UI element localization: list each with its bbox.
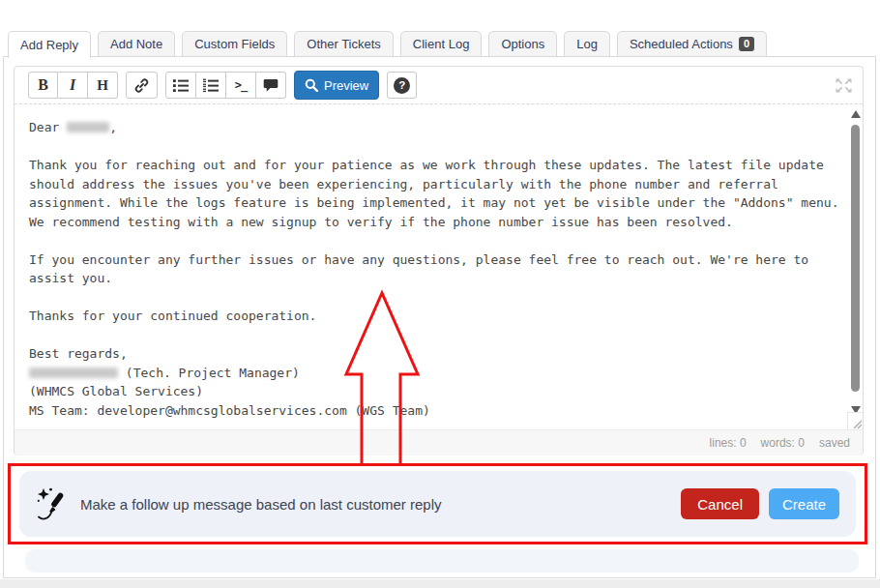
unordered-list-icon xyxy=(173,78,189,93)
comment-button[interactable] xyxy=(256,72,286,99)
ai-prompt-message: Make a follow up message based on last c… xyxy=(80,496,442,513)
reply-textarea[interactable]: Dear , Thank you for reaching out and fo… xyxy=(15,104,847,429)
tab-scheduled-actions[interactable]: Scheduled Actions0 xyxy=(617,31,767,57)
tab-add-note[interactable]: Add Note xyxy=(98,31,175,57)
ai-actions: Cancel Create xyxy=(681,488,839,519)
editor-line xyxy=(29,288,839,308)
ticket-reply-page: { "tabs": [ {"label": "Add Reply", "acti… xyxy=(0,0,880,588)
tab-label: Options xyxy=(501,37,544,51)
heading-button[interactable]: H xyxy=(88,72,118,99)
scroll-up-arrow-icon[interactable] xyxy=(851,110,861,118)
heading-icon: H xyxy=(97,77,108,94)
autosave-status: saved xyxy=(819,436,850,450)
search-icon xyxy=(305,78,318,92)
ai-followup-panel: Make a follow up message based on last c… xyxy=(19,471,856,537)
editor-line: If you encounter any further issues or h… xyxy=(29,250,839,288)
editor-line xyxy=(29,137,839,157)
comment-icon xyxy=(263,78,279,93)
annotation-box: Make a follow up message based on last c… xyxy=(8,463,867,544)
words-count: words: 0 xyxy=(761,436,805,450)
scrollbar[interactable] xyxy=(850,110,861,414)
ordered-list-icon xyxy=(203,78,219,93)
editor-line: (Tech. Project Manager) xyxy=(29,364,839,383)
tab-badge: 0 xyxy=(739,37,754,51)
toolbar-group xyxy=(126,72,158,99)
ordered-list-button[interactable] xyxy=(196,72,226,99)
preview-button[interactable]: Preview xyxy=(294,71,379,100)
tab-options[interactable]: Options xyxy=(488,31,557,57)
help-button[interactable]: ? xyxy=(387,72,417,99)
toolbar-group: BIH xyxy=(28,72,118,99)
toolbar-group: >_ xyxy=(165,72,286,99)
resize-grip[interactable] xyxy=(847,412,863,429)
editor-line: Best regards, xyxy=(29,344,839,364)
redacted-text xyxy=(29,368,118,378)
editor-line xyxy=(29,231,839,250)
reply-editor: BIH>_ Preview ? xyxy=(14,66,864,456)
lines-count: lines: 0 xyxy=(710,436,747,450)
unordered-list-button[interactable] xyxy=(165,72,196,99)
editor-line: Thanks for your continued cooperation. xyxy=(29,307,839,326)
expand-arrows-icon xyxy=(835,77,853,94)
editor-line: Thank you for reaching out and for your … xyxy=(29,156,839,231)
create-button[interactable]: Create xyxy=(769,488,839,519)
bold-button[interactable]: B xyxy=(28,72,58,99)
terminal-button[interactable]: >_ xyxy=(226,72,256,99)
magic-wand-icon xyxy=(36,486,65,521)
tab-custom-fields[interactable]: Custom Fields xyxy=(182,31,287,57)
page-background-strip xyxy=(0,579,880,588)
reply-textarea-region: Dear , Thank you for reaching out and fo… xyxy=(15,104,863,429)
tab-bar: Add ReplyAdd NoteCustom FieldsOther Tick… xyxy=(8,31,767,58)
editor-line xyxy=(29,326,839,345)
editor-line: MS Team: developer@whmcsglobalservices.c… xyxy=(29,401,839,421)
tab-content-panel: BIH>_ Preview ? xyxy=(3,56,876,578)
tab-other-tickets[interactable]: Other Tickets xyxy=(294,31,394,57)
cancel-button[interactable]: Cancel xyxy=(681,488,759,519)
link-icon xyxy=(133,77,150,94)
fullscreen-button[interactable] xyxy=(835,77,853,94)
editor-statusbar: lines: 0 words: 0 saved xyxy=(15,429,863,456)
tab-add-reply[interactable]: Add Reply xyxy=(8,31,91,58)
terminal-icon: >_ xyxy=(235,78,247,92)
tab-label: Add Reply xyxy=(20,38,78,52)
link-button[interactable] xyxy=(126,72,158,99)
scrollbar-thumb[interactable] xyxy=(851,125,860,392)
tab-label: Custom Fields xyxy=(194,37,275,51)
tab-log[interactable]: Log xyxy=(564,31,610,57)
next-suggestion-panel xyxy=(25,549,859,573)
editor-line: Dear , xyxy=(29,118,839,137)
editor-line: (WHMCS Global Services) xyxy=(29,382,839,401)
tab-client-log[interactable]: Client Log xyxy=(400,31,483,57)
question-circle-icon: ? xyxy=(394,77,410,94)
tab-label: Log xyxy=(576,37,598,51)
italic-icon: I xyxy=(70,76,75,94)
tab-label: Scheduled Actions xyxy=(630,37,733,51)
redacted-text xyxy=(67,122,109,132)
editor-toolbar: BIH>_ Preview ? xyxy=(15,67,863,104)
tab-label: Other Tickets xyxy=(307,37,381,51)
bold-icon: B xyxy=(38,76,48,94)
tab-label: Client Log xyxy=(413,37,470,51)
tab-label: Add Note xyxy=(110,37,162,51)
toolbar-groups: BIH>_ xyxy=(28,72,286,99)
preview-label: Preview xyxy=(324,78,368,93)
italic-button[interactable]: I xyxy=(58,72,88,99)
